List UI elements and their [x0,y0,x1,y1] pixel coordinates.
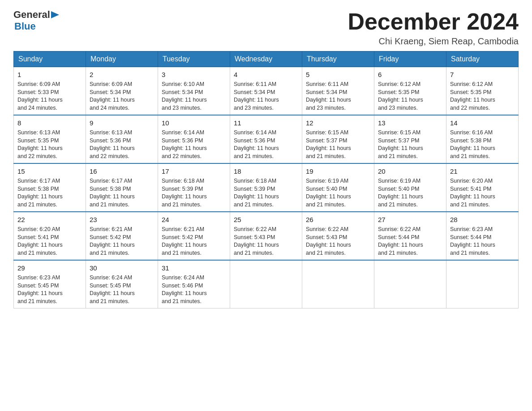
calendar-cell: 25 Sunrise: 6:22 AMSunset: 5:43 PMDaylig… [230,212,302,260]
calendar-cell: 8 Sunrise: 6:13 AMSunset: 5:35 PMDayligh… [14,115,86,163]
day-info: Sunrise: 6:13 AMSunset: 5:36 PMDaylight:… [90,129,135,159]
day-number: 31 [162,263,226,273]
calendar-cell [230,260,302,308]
week-row-2: 8 Sunrise: 6:13 AMSunset: 5:35 PMDayligh… [14,115,519,163]
day-info: Sunrise: 6:16 AMSunset: 5:38 PMDaylight:… [450,129,495,159]
day-number: 26 [306,215,370,224]
day-info: Sunrise: 6:24 AMSunset: 5:46 PMDaylight:… [162,274,207,304]
day-info: Sunrise: 6:09 AMSunset: 5:33 PMDaylight:… [17,81,63,111]
day-number: 25 [234,215,298,224]
day-number: 23 [90,215,154,224]
day-number: 7 [450,70,515,79]
day-number: 16 [90,167,154,176]
day-number: 5 [306,70,370,79]
day-header-thursday: Thursday [302,51,374,67]
day-info: Sunrise: 6:20 AMSunset: 5:41 PMDaylight:… [17,226,63,256]
day-number: 19 [306,167,370,176]
day-info: Sunrise: 6:22 AMSunset: 5:43 PMDaylight:… [234,226,279,256]
day-number: 13 [378,118,442,128]
calendar-cell [446,260,519,308]
calendar-cell: 14 Sunrise: 6:16 AMSunset: 5:38 PMDaylig… [446,115,519,163]
day-header-sunday: Sunday [14,51,86,67]
day-number: 9 [90,118,154,128]
day-info: Sunrise: 6:22 AMSunset: 5:43 PMDaylight:… [306,226,351,256]
calendar-cell: 1 Sunrise: 6:09 AMSunset: 5:33 PMDayligh… [14,67,86,116]
calendar-table: SundayMondayTuesdayWednesdayThursdayFrid… [13,51,519,308]
logo: General Blue [13,9,59,32]
calendar-cell: 3 Sunrise: 6:10 AMSunset: 5:34 PMDayligh… [158,67,230,116]
calendar-cell: 26 Sunrise: 6:22 AMSunset: 5:43 PMDaylig… [302,212,374,260]
day-info: Sunrise: 6:15 AMSunset: 5:37 PMDaylight:… [378,129,423,159]
title-section: December 2024 Chi Kraeng, Siem Reap, Cam… [348,9,519,47]
day-header-saturday: Saturday [446,51,519,67]
page-title: December 2024 [348,9,519,34]
day-info: Sunrise: 6:14 AMSunset: 5:36 PMDaylight:… [162,129,207,159]
calendar-cell: 15 Sunrise: 6:17 AMSunset: 5:38 PMDaylig… [14,163,86,212]
day-number: 28 [450,215,515,224]
calendar-cell: 29 Sunrise: 6:23 AMSunset: 5:45 PMDaylig… [14,260,86,308]
calendar-cell: 5 Sunrise: 6:11 AMSunset: 5:34 PMDayligh… [302,67,374,116]
day-info: Sunrise: 6:17 AMSunset: 5:38 PMDaylight:… [17,178,63,208]
day-number: 30 [90,263,154,273]
day-header-friday: Friday [374,51,446,67]
logo-general: General [13,9,50,21]
page-header: General Blue December 2024 Chi Kraeng, S… [13,9,519,47]
day-header-wednesday: Wednesday [230,51,302,67]
day-info: Sunrise: 6:11 AMSunset: 5:34 PMDaylight:… [234,81,279,111]
calendar-cell: 27 Sunrise: 6:22 AMSunset: 5:44 PMDaylig… [374,212,446,260]
calendar-cell: 10 Sunrise: 6:14 AMSunset: 5:36 PMDaylig… [158,115,230,163]
day-info: Sunrise: 6:13 AMSunset: 5:35 PMDaylight:… [17,129,63,159]
day-header-tuesday: Tuesday [158,51,230,67]
day-number: 17 [162,167,226,176]
day-info: Sunrise: 6:15 AMSunset: 5:37 PMDaylight:… [306,129,351,159]
day-number: 6 [378,70,442,79]
day-number: 1 [17,70,82,79]
day-number: 18 [234,167,298,176]
day-info: Sunrise: 6:12 AMSunset: 5:35 PMDaylight:… [450,81,495,111]
day-number: 10 [162,118,226,128]
calendar-cell: 24 Sunrise: 6:21 AMSunset: 5:42 PMDaylig… [158,212,230,260]
week-row-5: 29 Sunrise: 6:23 AMSunset: 5:45 PMDaylig… [14,260,519,308]
day-info: Sunrise: 6:22 AMSunset: 5:44 PMDaylight:… [378,226,423,256]
day-number: 4 [234,70,298,79]
calendar-cell: 20 Sunrise: 6:19 AMSunset: 5:40 PMDaylig… [374,163,446,212]
week-row-4: 22 Sunrise: 6:20 AMSunset: 5:41 PMDaylig… [14,212,519,260]
calendar-cell: 23 Sunrise: 6:21 AMSunset: 5:42 PMDaylig… [86,212,158,260]
calendar-cell: 18 Sunrise: 6:18 AMSunset: 5:39 PMDaylig… [230,163,302,212]
day-info: Sunrise: 6:18 AMSunset: 5:39 PMDaylight:… [234,178,279,208]
calendar-cell: 16 Sunrise: 6:17 AMSunset: 5:38 PMDaylig… [86,163,158,212]
calendar-header-row: SundayMondayTuesdayWednesdayThursdayFrid… [14,51,519,67]
day-info: Sunrise: 6:10 AMSunset: 5:34 PMDaylight:… [162,81,207,111]
day-info: Sunrise: 6:18 AMSunset: 5:39 PMDaylight:… [162,178,207,208]
day-number: 14 [450,118,515,128]
day-number: 24 [162,215,226,224]
day-info: Sunrise: 6:19 AMSunset: 5:40 PMDaylight:… [378,178,423,208]
day-info: Sunrise: 6:14 AMSunset: 5:36 PMDaylight:… [234,129,279,159]
logo-blue: Blue [14,21,59,32]
calendar-cell: 31 Sunrise: 6:24 AMSunset: 5:46 PMDaylig… [158,260,230,308]
day-number: 15 [17,167,82,176]
calendar-cell: 7 Sunrise: 6:12 AMSunset: 5:35 PMDayligh… [446,67,519,116]
day-number: 3 [162,70,226,79]
calendar-cell: 6 Sunrise: 6:12 AMSunset: 5:35 PMDayligh… [374,67,446,116]
calendar-cell [302,260,374,308]
page-subtitle: Chi Kraeng, Siem Reap, Cambodia [348,36,519,47]
day-info: Sunrise: 6:11 AMSunset: 5:34 PMDaylight:… [306,81,351,111]
day-info: Sunrise: 6:12 AMSunset: 5:35 PMDaylight:… [378,81,423,111]
day-header-monday: Monday [86,51,158,67]
day-info: Sunrise: 6:23 AMSunset: 5:45 PMDaylight:… [17,274,63,304]
day-info: Sunrise: 6:23 AMSunset: 5:44 PMDaylight:… [450,226,495,256]
day-info: Sunrise: 6:17 AMSunset: 5:38 PMDaylight:… [90,178,135,208]
calendar-cell: 2 Sunrise: 6:09 AMSunset: 5:34 PMDayligh… [86,67,158,116]
day-number: 21 [450,167,515,176]
day-number: 2 [90,70,154,79]
calendar-cell: 12 Sunrise: 6:15 AMSunset: 5:37 PMDaylig… [302,115,374,163]
calendar-cell: 30 Sunrise: 6:24 AMSunset: 5:45 PMDaylig… [86,260,158,308]
calendar-cell: 9 Sunrise: 6:13 AMSunset: 5:36 PMDayligh… [86,115,158,163]
svg-marker-0 [51,11,59,18]
calendar-cell: 19 Sunrise: 6:19 AMSunset: 5:40 PMDaylig… [302,163,374,212]
day-number: 11 [234,118,298,128]
day-info: Sunrise: 6:20 AMSunset: 5:41 PMDaylight:… [450,178,495,208]
day-number: 22 [17,215,82,224]
day-info: Sunrise: 6:24 AMSunset: 5:45 PMDaylight:… [90,274,135,304]
